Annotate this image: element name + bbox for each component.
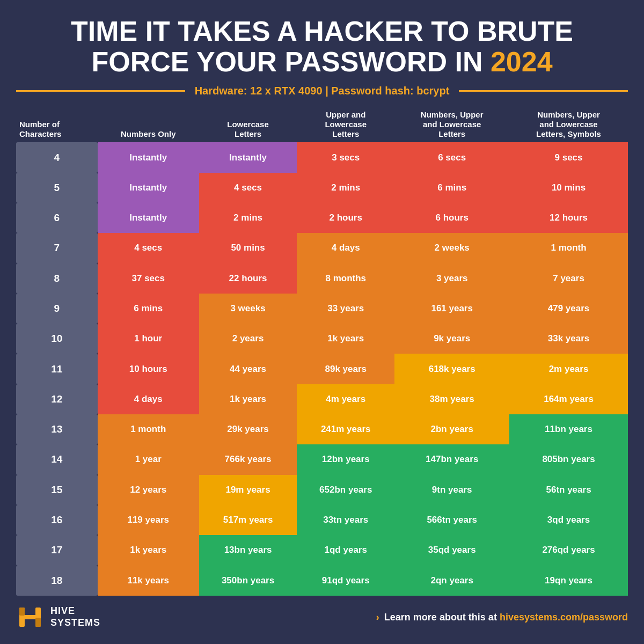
logo-area: HIVE SYSTEMS bbox=[16, 603, 100, 631]
table-row: 6Instantly2 mins2 hours6 hours12 hours bbox=[16, 203, 628, 233]
data-cell: 35qd years bbox=[394, 535, 509, 565]
data-cell: 38m years bbox=[394, 384, 509, 414]
char-count-cell: 11 bbox=[16, 354, 98, 384]
data-cell: 1k years bbox=[297, 324, 394, 354]
data-cell: 12bn years bbox=[297, 444, 394, 474]
table-header-row: Number ofCharacters Numbers Only Lowerca… bbox=[16, 107, 628, 142]
main-container: TIME IT TAKES A HACKER TO BRUTE FORCE YO… bbox=[0, 0, 644, 644]
char-count-cell: 18 bbox=[16, 566, 98, 596]
data-cell: 805bn years bbox=[509, 444, 628, 474]
char-count-cell: 6 bbox=[16, 203, 98, 233]
data-cell: 1k years bbox=[98, 535, 199, 565]
char-count-cell: 13 bbox=[16, 414, 98, 444]
data-cell: 3 weeks bbox=[199, 294, 297, 324]
col-header-lower: LowercaseLetters bbox=[199, 107, 297, 142]
data-cell: 2m years bbox=[509, 354, 628, 384]
table-row: 124 days1k years4m years38m years164m ye… bbox=[16, 384, 628, 414]
table-row: 5Instantly4 secs2 mins6 mins10 mins bbox=[16, 173, 628, 203]
data-cell: 3qd years bbox=[509, 505, 628, 535]
data-cell: Instantly bbox=[98, 203, 199, 233]
char-count-cell: 8 bbox=[16, 264, 98, 294]
table-row: 1512 years19m years652bn years9tn years5… bbox=[16, 475, 628, 505]
char-count-cell: 16 bbox=[16, 505, 98, 535]
data-cell: 2 weeks bbox=[394, 233, 509, 263]
hardware-text: Hardware: 12 x RTX 4090 | Password hash:… bbox=[185, 85, 459, 97]
char-count-cell: 5 bbox=[16, 173, 98, 203]
data-cell: 119 years bbox=[98, 505, 199, 535]
table-row: 837 secs22 hours8 months3 years7 years bbox=[16, 264, 628, 294]
char-count-cell: 14 bbox=[16, 444, 98, 474]
data-cell: 4 days bbox=[98, 384, 199, 414]
table-row: 101 hour2 years1k years9k years33k years bbox=[16, 324, 628, 354]
data-cell: 2qn years bbox=[394, 566, 509, 596]
footer-url: hivesystems.com/password bbox=[500, 612, 628, 623]
data-cell: 1k years bbox=[199, 384, 297, 414]
data-cell: 44 years bbox=[199, 354, 297, 384]
data-cell: 4 secs bbox=[199, 173, 297, 203]
data-cell: 6 mins bbox=[394, 173, 509, 203]
data-cell: 11k years bbox=[98, 566, 199, 596]
title-line1: TIME IT TAKES A HACKER TO BRUTE bbox=[16, 16, 628, 47]
table-row: 96 mins3 weeks33 years161 years479 years bbox=[16, 294, 628, 324]
data-cell: 6 secs bbox=[394, 142, 509, 172]
page-title: TIME IT TAKES A HACKER TO BRUTE FORCE YO… bbox=[16, 16, 628, 77]
data-cell: 1 month bbox=[509, 233, 628, 263]
data-cell: 6 mins bbox=[98, 294, 199, 324]
data-cell: 2 hours bbox=[297, 203, 394, 233]
data-cell: 4 days bbox=[297, 233, 394, 263]
data-cell: 2 mins bbox=[199, 203, 297, 233]
data-cell: 11bn years bbox=[509, 414, 628, 444]
table-row: 131 month29k years241m years2bn years11b… bbox=[16, 414, 628, 444]
data-cell: 91qd years bbox=[297, 566, 394, 596]
data-cell: 50 mins bbox=[199, 233, 297, 263]
hive-logo-icon bbox=[16, 603, 44, 631]
data-cell: 276qd years bbox=[509, 535, 628, 565]
title-line2: FORCE YOUR PASSWORD IN 2024 bbox=[16, 47, 628, 77]
char-count-cell: 15 bbox=[16, 475, 98, 505]
data-cell: 618k years bbox=[394, 354, 509, 384]
data-cell: 1 year bbox=[98, 444, 199, 474]
col-header-chars: Number ofCharacters bbox=[16, 107, 98, 142]
footer-link-prefix: Learn more about this at bbox=[384, 612, 500, 623]
data-cell: 33k years bbox=[509, 324, 628, 354]
data-cell: 9k years bbox=[394, 324, 509, 354]
data-cell: 2 years bbox=[199, 324, 297, 354]
data-cell: 566tn years bbox=[394, 505, 509, 535]
data-cell: 13bn years bbox=[199, 535, 297, 565]
data-cell: 766k years bbox=[199, 444, 297, 474]
col-header-num-upper-lower-sym: Numbers, Upperand LowercaseLetters, Symb… bbox=[509, 107, 628, 142]
data-cell: 33 years bbox=[297, 294, 394, 324]
data-cell: 517m years bbox=[199, 505, 297, 535]
char-count-cell: 9 bbox=[16, 294, 98, 324]
logo-text: HIVE SYSTEMS bbox=[50, 605, 100, 628]
logo-line2: SYSTEMS bbox=[50, 617, 100, 629]
data-cell: 164m years bbox=[509, 384, 628, 414]
char-count-cell: 7 bbox=[16, 233, 98, 263]
data-cell: 1 month bbox=[98, 414, 199, 444]
char-count-cell: 10 bbox=[16, 324, 98, 354]
data-cell: 3 secs bbox=[297, 142, 394, 172]
svg-rect-4 bbox=[19, 608, 25, 616]
char-count-cell: 4 bbox=[16, 142, 98, 172]
hardware-line-left bbox=[16, 90, 185, 92]
data-cell: 4m years bbox=[297, 384, 394, 414]
title-year: 2024 bbox=[491, 46, 553, 77]
footer-arrow: › bbox=[376, 612, 379, 623]
data-cell: 8 months bbox=[297, 264, 394, 294]
data-cell: 2 mins bbox=[297, 173, 394, 203]
data-cell: 56tn years bbox=[509, 475, 628, 505]
data-cell: 29k years bbox=[199, 414, 297, 444]
col-header-upper-lower: Upper andLowercaseLetters bbox=[297, 107, 394, 142]
logo-line1: HIVE bbox=[50, 605, 100, 617]
table-row: 1811k years350bn years91qd years2qn year… bbox=[16, 566, 628, 596]
data-cell: 22 hours bbox=[199, 264, 297, 294]
char-count-cell: 12 bbox=[16, 384, 98, 414]
password-table: Number ofCharacters Numbers Only Lowerca… bbox=[16, 107, 628, 596]
title-line2-prefix: FORCE YOUR PASSWORD IN bbox=[91, 46, 490, 77]
table-row: 141 year766k years12bn years147bn years8… bbox=[16, 444, 628, 474]
data-cell: Instantly bbox=[98, 173, 199, 203]
data-cell: 9 secs bbox=[509, 142, 628, 172]
table-wrapper: Number ofCharacters Numbers Only Lowerca… bbox=[16, 107, 628, 596]
data-cell: 6 hours bbox=[394, 203, 509, 233]
data-cell: 3 years bbox=[394, 264, 509, 294]
